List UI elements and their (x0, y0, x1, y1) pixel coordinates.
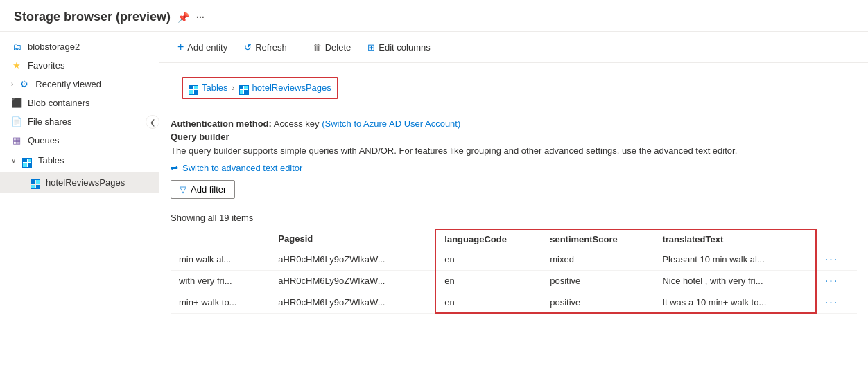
sidebar: 🗂 blobstorage2 ★ Favorites › ⚙ Recently … (0, 32, 159, 385)
app-title-text: Storage browser (preview) (14, 10, 171, 24)
toolbar-separator (300, 39, 300, 55)
app-title-bar: Storage browser (preview) 📌 ··· (0, 0, 868, 32)
col-languagecode-header[interactable]: languageCode (435, 229, 541, 249)
sidebar-item-recently-viewed[interactable]: › ⚙ Recently viewed (0, 75, 159, 93)
cell-sentimentscore-0: mixed (541, 249, 654, 270)
star-icon: ★ (11, 60, 22, 71)
sidebar-item-label: Queues (28, 135, 60, 145)
add-filter-button[interactable]: ▽ Add filter (171, 180, 235, 199)
cell-sentimentscore-2: positive (541, 292, 654, 313)
cell-translatedtext-1: Nice hotel , with very fri... (654, 270, 815, 292)
sidebar-item-file-shares[interactable]: 📄 File shares (0, 112, 159, 131)
settings-icon: ⚙ (19, 79, 30, 89)
table-row: min walk al... aHR0cHM6Ly9oZWlkaW... en … (171, 249, 857, 270)
add-entity-button[interactable]: + Add entity (171, 37, 234, 57)
delete-icon: 🗑 (313, 42, 322, 53)
sidebar-item-hotel-reviews-pages[interactable]: hotelReviewsPages (0, 172, 159, 194)
table-icon (21, 154, 33, 168)
sidebar-item-label: Tables (38, 155, 64, 166)
auth-info: Authentication method: Access key (Switc… (159, 113, 868, 213)
table-row: with very fri... aHR0cHM6Ly9oZWlkaW... e… (171, 270, 857, 292)
col-text-header (171, 229, 270, 249)
cell-pagesid-1: aHR0cHM6Ly9oZWlkaW... (270, 270, 435, 292)
sidebar-item-blobstorage2[interactable]: 🗂 blobstorage2 (0, 37, 159, 56)
refresh-button[interactable]: ↺ Refresh (237, 39, 294, 56)
blob-icon: ⬛ (11, 98, 22, 108)
switch-editor-button[interactable]: ⇌ Switch to advanced text editor (171, 163, 857, 173)
sidebar-item-label: Favorites (28, 60, 64, 71)
toolbar: + Add entity ↺ Refresh 🗑 Delete ⊞ Edit c… (159, 32, 868, 63)
cell-translatedtext-2: It was a 10 min+ walk to... (654, 292, 815, 313)
row-more-icon-1[interactable]: ··· (825, 275, 838, 287)
cell-languagecode-2: en (435, 292, 541, 313)
cell-actions-0[interactable]: ··· (816, 249, 857, 270)
row-more-icon-0[interactable]: ··· (825, 253, 838, 265)
breadcrumb-separator: › (232, 83, 235, 93)
sidebar-item-tables[interactable]: ∨ Tables (0, 150, 159, 172)
breadcrumb-current-icon (239, 81, 249, 95)
breadcrumb-tables[interactable]: Tables (189, 81, 228, 95)
sidebar-item-favorites[interactable]: ★ Favorites (0, 56, 159, 75)
showing-label: Showing all 19 items (159, 213, 868, 229)
cell-languagecode-1: en (435, 270, 541, 292)
table-wrapper: Pagesid languageCode sentimentScore tran… (159, 229, 868, 314)
chevron-right-icon: › (11, 80, 13, 88)
cell-text-2: min+ walk to... (171, 292, 270, 313)
sidebar-item-label: Recently viewed (35, 79, 101, 89)
add-icon: + (177, 41, 184, 53)
sidebar-collapse-button[interactable]: ❮ (146, 115, 159, 129)
query-description: The query builder supports simple querie… (171, 145, 857, 157)
cell-actions-2[interactable]: ··· (816, 292, 857, 313)
sidebar-item-blob-containers[interactable]: ⬛ Blob containers (0, 93, 159, 112)
cell-actions-1[interactable]: ··· (816, 270, 857, 292)
queue-icon: ▦ (11, 135, 22, 145)
folder-icon: 🗂 (11, 42, 22, 52)
refresh-icon: ↺ (244, 42, 252, 53)
file-icon: 📄 (11, 116, 22, 127)
breadcrumb-container: Tables › hotelReviewsPages (159, 63, 868, 113)
chevron-down-icon: ∨ (11, 157, 16, 164)
table-header-row: Pagesid languageCode sentimentScore tran… (171, 229, 857, 249)
sidebar-item-label: Blob containers (28, 98, 90, 108)
filter-icon: ▽ (180, 184, 186, 195)
sidebar-item-label: blobstorage2 (28, 42, 80, 52)
data-table: Pagesid languageCode sentimentScore tran… (171, 229, 857, 314)
auth-method: Access key (274, 118, 322, 129)
auth-line: Authentication method: Access key (Switc… (171, 118, 857, 129)
pin-icon[interactable]: 📌 (177, 12, 189, 23)
cell-pagesid-0: aHR0cHM6Ly9oZWlkaW... (270, 249, 435, 270)
breadcrumb: Tables › hotelReviewsPages (182, 77, 338, 99)
main-content: + Add entity ↺ Refresh 🗑 Delete ⊞ Edit c… (159, 32, 868, 385)
query-builder-title: Query builder (171, 132, 857, 142)
table-row: min+ walk to... aHR0cHM6Ly9oZWlkaW... en… (171, 292, 857, 313)
sidebar-item-label: File shares (28, 116, 72, 127)
edit-columns-button[interactable]: ⊞ Edit columns (361, 39, 437, 56)
col-translatedtext-header[interactable]: translatedText (654, 229, 815, 249)
breadcrumb-current[interactable]: hotelReviewsPages (239, 81, 331, 95)
col-sentimentscore-header[interactable]: sentimentScore (541, 229, 654, 249)
delete-button[interactable]: 🗑 Delete (306, 39, 358, 56)
row-more-icon-2[interactable]: ··· (825, 296, 838, 308)
cell-pagesid-2: aHR0cHM6Ly9oZWlkaW... (270, 292, 435, 313)
cell-sentimentscore-1: positive (541, 270, 654, 292)
sidebar-item-label: hotelReviewsPages (46, 177, 125, 188)
cell-text-0: min walk al... (171, 249, 270, 270)
col-pagesid-header[interactable]: Pagesid (270, 229, 435, 249)
cell-translatedtext-0: Pleasant 10 min walk al... (654, 249, 815, 270)
auth-switch-link[interactable]: (Switch to Azure AD User Account) (322, 118, 460, 129)
cell-text-1: with very fri... (171, 270, 270, 292)
table-sub-icon (31, 176, 40, 190)
sidebar-item-queues[interactable]: ▦ Queues (0, 131, 159, 150)
breadcrumb-tables-icon (189, 81, 198, 95)
cell-languagecode-0: en (435, 249, 541, 270)
col-actions-header (816, 229, 857, 249)
switch-icon: ⇌ (171, 163, 178, 173)
auth-prefix: Authentication method: (171, 118, 272, 129)
edit-columns-icon: ⊞ (367, 42, 375, 53)
switch-label: Switch to advanced text editor (182, 163, 302, 173)
more-options-icon[interactable]: ··· (196, 12, 205, 23)
